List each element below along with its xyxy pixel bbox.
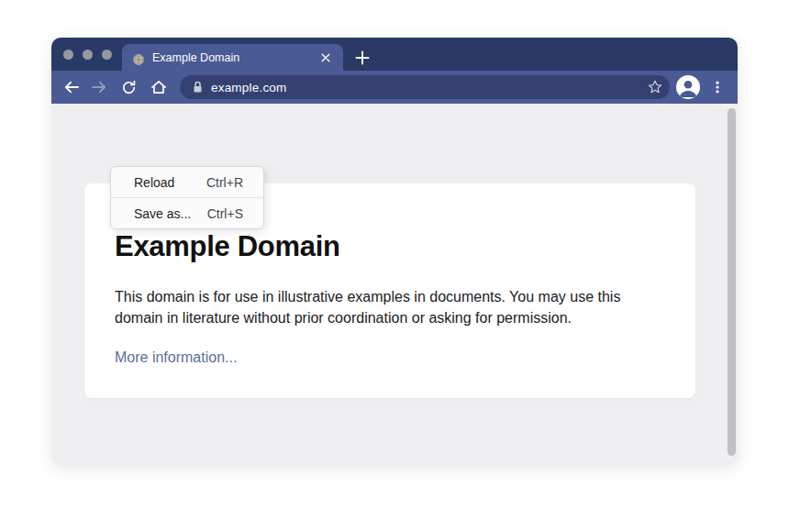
window-zoom-icon[interactable]: [102, 50, 112, 60]
star-icon: [647, 79, 663, 95]
browser-window: Example Domain: [51, 38, 738, 465]
browser-toolbar: example.com: [51, 71, 738, 104]
window-titlebar: Example Domain: [51, 38, 738, 71]
back-button[interactable]: [61, 76, 83, 98]
reload-button[interactable]: [117, 76, 139, 98]
menu-item-save-as[interactable]: Save as... Ctrl+S: [111, 198, 263, 228]
back-arrow-icon: [63, 79, 80, 95]
forward-button[interactable]: [88, 76, 110, 98]
scrollbar[interactable]: [726, 104, 738, 465]
menu-item-shortcut: Ctrl+S: [207, 206, 243, 221]
browser-tab[interactable]: Example Domain: [122, 44, 343, 71]
page-viewport: Example Domain This domain is for use in…: [51, 104, 738, 465]
bookmark-button[interactable]: [646, 78, 664, 96]
globe-favicon-icon: [133, 52, 144, 63]
profile-avatar-icon: [676, 75, 700, 99]
address-bar[interactable]: example.com: [180, 75, 670, 99]
home-button[interactable]: [148, 76, 170, 98]
context-menu: Reload Ctrl+R Save as... Ctrl+S: [110, 166, 264, 229]
menu-item-label: Reload: [134, 175, 174, 190]
menu-item-reload[interactable]: Reload Ctrl+R: [111, 167, 263, 197]
new-tab-button[interactable]: [354, 50, 370, 65]
kebab-menu-icon: [709, 79, 726, 95]
forward-arrow-icon: [91, 79, 107, 95]
url-text: example.com: [211, 81, 286, 94]
home-icon: [150, 79, 167, 95]
plus-icon: [355, 50, 370, 65]
page-heading: Example Domain: [115, 230, 695, 263]
page-paragraph: This domain is for use in illustrative e…: [115, 286, 665, 328]
menu-item-label: Save as...: [134, 206, 191, 221]
window-close-icon[interactable]: [63, 50, 73, 60]
scrollbar-thumb[interactable]: [728, 108, 736, 456]
profile-button[interactable]: [676, 75, 700, 99]
window-controls: [63, 50, 112, 60]
tab-close-icon[interactable]: [319, 51, 332, 64]
browser-menu-button[interactable]: [706, 76, 728, 98]
window-minimize-icon[interactable]: [83, 50, 93, 60]
reload-icon: [121, 80, 137, 95]
menu-item-shortcut: Ctrl+R: [206, 175, 243, 190]
tab-title: Example Domain: [152, 51, 239, 64]
lock-icon: [193, 81, 203, 94]
more-information-link[interactable]: More information...: [115, 349, 237, 366]
